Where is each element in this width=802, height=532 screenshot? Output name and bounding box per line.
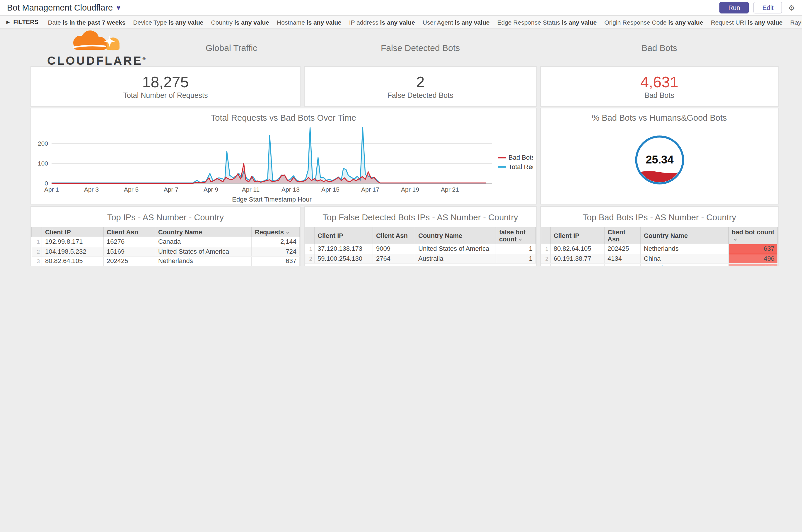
filter-items: Date is in the past 7 weeksDevice Type i… <box>48 18 802 25</box>
filter-item[interactable]: Hostname is any value <box>277 18 342 25</box>
column-header-country[interactable]: Country Name <box>641 227 728 244</box>
cell-v: 1 <box>496 244 536 254</box>
kpi-value: 4,631 <box>640 73 679 91</box>
cloudflare-cloud-icon <box>63 30 129 54</box>
cell-v: 1 <box>496 254 536 263</box>
table-row: 259.100.254.1302764Australia1 <box>305 254 536 263</box>
kpi-label: Bad Bots <box>644 91 674 100</box>
column-header-ip[interactable]: Client IP <box>550 227 604 244</box>
tables-row-ips: Top IPs - AS Number - Country Client IPC… <box>31 206 802 266</box>
filter-name: Device Type <box>133 18 168 25</box>
cell-country: China <box>641 254 728 263</box>
cell-asn: 2764 <box>373 254 415 263</box>
svg-text:Apr 13: Apr 13 <box>282 186 300 193</box>
row-number-header <box>305 227 314 244</box>
svg-text:Total Requests: Total Requests <box>509 163 533 171</box>
svg-text:Apr 11: Apr 11 <box>242 186 260 193</box>
filter-item[interactable]: IP address is any value <box>349 18 415 25</box>
svg-text:200: 200 <box>38 140 48 147</box>
svg-text:Apr 1: Apr 1 <box>44 186 59 193</box>
cell-country: Canada <box>641 263 728 266</box>
row-number-header <box>541 227 550 244</box>
cell-ip: 59.100.254.130 <box>314 254 373 263</box>
svg-text:Apr 15: Apr 15 <box>321 186 340 193</box>
sort-chevron-icon <box>286 230 289 233</box>
cell-country: United States of America <box>415 244 496 254</box>
filter-value: is any value <box>168 18 203 25</box>
column-header-asn[interactable]: Client Asn <box>604 227 641 244</box>
gear-icon[interactable]: ⚙ <box>788 3 795 12</box>
filter-item[interactable]: Edge Response Status is any value <box>497 18 597 25</box>
filter-name: IP address <box>349 18 380 25</box>
column-header-country[interactable]: Country Name <box>155 227 252 237</box>
series-total-requests <box>52 128 486 184</box>
gridlines: 0100200Apr 1Apr 3Apr 5Apr 7Apr 9Apr 11Ap… <box>38 140 492 203</box>
cell-v: 637 <box>728 244 778 254</box>
kpi-bad-bots: 4,631 Bad Bots <box>540 66 779 107</box>
kpi-label: False Detected Bots <box>387 91 453 100</box>
table-false-ips: Client IPClient AsnCountry Namefalse bot… <box>305 227 536 264</box>
edit-button[interactable]: Edit <box>754 2 782 14</box>
filters-bar: ▶ FILTERS Date is in the past 7 weeksDev… <box>0 16 802 29</box>
row-number: 3 <box>31 256 42 266</box>
data-table: Client IPClient AsnCountry NameRequests1… <box>31 227 300 266</box>
filter-item[interactable]: User Agent is any value <box>423 18 490 25</box>
row-number: 2 <box>541 254 550 263</box>
filter-item[interactable]: RayID is any value <box>790 18 802 25</box>
column-header-asn[interactable]: Client Asn <box>373 227 415 244</box>
svg-text:0: 0 <box>44 180 48 187</box>
filters-toggle[interactable]: ▶ FILTERS <box>6 19 38 25</box>
filter-item[interactable]: Request URI is any value <box>711 18 783 25</box>
kpi-value: 2 <box>416 73 425 91</box>
page-title: Bot Management Cloudflare <box>7 3 113 12</box>
row-number: 1 <box>305 244 314 254</box>
filter-value: is in the past 7 weeks <box>63 18 126 25</box>
column-header-asn[interactable]: Client Asn <box>103 227 155 237</box>
table-bad-ips: Client IPClient AsnCountry Namebad bot c… <box>541 227 778 266</box>
svg-text:Apr 9: Apr 9 <box>204 186 218 193</box>
filter-name: Country <box>211 18 234 25</box>
panel-top-ips: Top IPs - AS Number - Country Client IPC… <box>31 206 301 266</box>
section-title-bad-bots: Bad Bots <box>540 42 779 53</box>
column-header-ip[interactable]: Client IP <box>314 227 373 244</box>
column-header-country[interactable]: Country Name <box>415 227 496 244</box>
svg-text:Edge Start Timestamp Hour: Edge Start Timestamp Hour <box>232 196 311 203</box>
column-header-v[interactable]: bad bot count <box>728 227 778 244</box>
section-title-false-bots: False Detected Bots <box>304 42 537 53</box>
column-header-ip[interactable]: Client IP <box>42 227 103 237</box>
cell-asn: 15169 <box>103 247 155 256</box>
filter-item[interactable]: Country is any value <box>211 18 269 25</box>
top-bar: Bot Management Cloudflare ♥ Run Edit ⚙ <box>0 0 802 16</box>
svg-text:100: 100 <box>38 160 48 167</box>
cell-ip: 37.120.138.173 <box>314 244 373 254</box>
table-row: 180.82.64.105202425Netherlands637 <box>541 244 778 254</box>
data-table: Client IPClient AsnCountry Namebad bot c… <box>541 227 778 266</box>
filter-item[interactable]: Date is in the past 7 weeks <box>48 18 126 25</box>
filter-name: User Agent <box>423 18 455 25</box>
gauge-plot: 25.34 <box>548 125 771 201</box>
cell-country: Netherlands <box>641 244 728 254</box>
row-number: 3 <box>541 263 550 266</box>
column-header-v[interactable]: Requests <box>252 227 300 237</box>
cell-v: 2,144 <box>252 237 300 247</box>
cell-country: Australia <box>415 254 496 263</box>
table-row: 1192.99.8.17116276Canada2,144 <box>31 237 300 247</box>
row-number: 2 <box>31 247 42 256</box>
run-button[interactable]: Run <box>720 2 749 14</box>
heart-icon: ♥ <box>116 3 120 12</box>
table-row: 260.191.38.774134China496 <box>541 254 778 263</box>
filter-item[interactable]: Origin Response Code is any value <box>604 18 703 25</box>
section-title-global-traffic: Global Traffic <box>162 42 301 53</box>
dashboard-viewport: Bot Management Cloudflare ♥ Run Edit ⚙ ▶… <box>0 0 802 266</box>
gauge-value: 25.34 <box>645 153 673 166</box>
cell-ip: 104.198.5.232 <box>42 247 103 256</box>
column-header-v[interactable]: false bot count <box>496 227 536 244</box>
registered-mark: ® <box>142 57 146 61</box>
cell-asn: 9009 <box>373 244 415 254</box>
cell-v: 637 <box>252 256 300 266</box>
cell-v: 237 <box>728 263 778 266</box>
cell-asn: 14061 <box>604 263 641 266</box>
filter-item[interactable]: Device Type is any value <box>133 18 203 25</box>
svg-text:Apr 17: Apr 17 <box>361 186 379 193</box>
filter-name: Edge Response Status <box>497 18 562 25</box>
